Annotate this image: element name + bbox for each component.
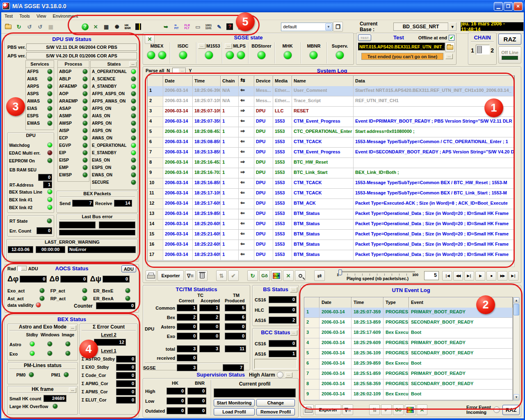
system-log-table[interactable]: DateTimeChain⇆DeviceMediaNameData12006-0… [147, 75, 515, 261]
syslog-cell[interactable]: DPU [254, 189, 273, 199]
auto-scroll-icon[interactable]: ⇅ [216, 270, 227, 281]
edit-check-icon[interactable]: ✎ [214, 22, 224, 32]
system-log-hscrollbar[interactable] [147, 262, 515, 267]
syslog-cell[interactable]: CTC_OPERATIONAL_Enter [292, 127, 354, 137]
syslog-cell[interactable]: 2 [148, 96, 163, 107]
syslog-cell[interactable]: Event ID=SECONDARY_BOOT_READY ; APS Vers… [354, 148, 514, 158]
module-more-button[interactable]: … [198, 43, 205, 49]
syslog-cell[interactable]: ⇐ [239, 230, 254, 240]
play-button[interactable]: ▶ [475, 271, 485, 281]
syslog-cell[interactable]: DPU [254, 230, 273, 240]
syslog-cell[interactable]: 18:25:13-859 [193, 148, 221, 158]
syslog-cell[interactable]: 1553 [273, 199, 292, 209]
offline-at-end-checkbox[interactable]: ✔ [449, 35, 454, 41]
offline-button[interactable]: Off Line [498, 46, 521, 64]
syslog-cell[interactable]: 1553 [273, 230, 292, 240]
syslog-cell[interactable]: ⇐ [239, 219, 254, 230]
binary-icon[interactable]: 1001 1101 [203, 22, 213, 32]
syslog-cell[interactable]: ⇐ [239, 96, 254, 107]
resync-icon[interactable]: ↺ [35, 22, 45, 32]
syslog-cell[interactable]: 1 [221, 189, 239, 199]
utn-cell[interactable]: 2006-03-14 [320, 328, 352, 338]
syslog-cell[interactable]: BTM_Status [292, 219, 354, 230]
syslog-cell[interactable]: 9 [148, 168, 163, 178]
adu-button[interactable]: ADU [121, 265, 136, 272]
syslog-cell[interactable]: 5 [148, 127, 163, 137]
syslog-cell[interactable]: Packet Type=Operational_Data ; Size (in … [354, 250, 514, 260]
scroll-up-icon[interactable]: ▲ [514, 297, 519, 304]
syslog-cell[interactable]: ⇐ [239, 189, 254, 199]
scroll-thumb[interactable] [514, 304, 519, 315]
utn-tools-icon[interactable]: ✕ [417, 404, 427, 415]
bar-icon[interactable] [133, 22, 143, 32]
tools-icon[interactable]: ✕ [91, 22, 100, 32]
syslog-cell[interactable]: Packet Type=Executed-ACK ; Size (in Word… [354, 199, 514, 209]
syslog-cell[interactable]: DPU [254, 148, 273, 158]
syslog-cell[interactable]: 1553 [273, 178, 292, 189]
utn-cell[interactable]: 18:25:58-359 [352, 379, 383, 390]
disabled-tool-icon[interactable]: ▦ [46, 22, 56, 32]
utn-cell[interactable]: 2006-03-14 [320, 338, 352, 349]
syslog-cell[interactable]: 1553-Message Type/SubType=Common BEX / B… [354, 189, 514, 199]
recycle-icon[interactable]: ↻ [14, 22, 24, 32]
utn-cell[interactable]: Boot [409, 390, 513, 400]
syslog-cell[interactable]: 8 [148, 158, 163, 168]
utn-cell[interactable]: 5 [304, 349, 320, 359]
module-more-button[interactable]: … [225, 43, 232, 49]
syslog-cell[interactable] [354, 107, 514, 117]
syslog-cell[interactable]: 1 [221, 240, 239, 250]
syslog-cell[interactable]: CTM_TCACK [292, 178, 354, 189]
syslog-cell[interactable]: 1 [221, 107, 239, 117]
syslog-cell[interactable]: 1 [221, 219, 239, 230]
utn-cell[interactable]: 2006-03-14 [320, 369, 352, 379]
clear-colors-icon[interactable]: CLR [271, 270, 282, 281]
utn-cell[interactable]: 2006-03-14 [320, 379, 352, 390]
utn-raz-button[interactable]: RAZ [502, 405, 520, 415]
syslog-cell[interactable]: ⇐ [239, 250, 254, 260]
syslog-cell[interactable]: BTM_Status [292, 250, 354, 260]
syslog-cell[interactable]: Packet Type=Operational_Data ; Size (in … [354, 219, 514, 230]
open-test-icon[interactable] [3, 22, 13, 32]
syslog-cell[interactable]: 18:25:07-109 [193, 96, 221, 107]
syslog-cell[interactable]: 1 [221, 178, 239, 189]
syslog-cell[interactable]: ⇐ [239, 117, 254, 127]
syslog-cell[interactable]: DPU [254, 168, 273, 178]
hk-frame-more-button[interactable]: … [69, 388, 76, 393]
utn-cell[interactable]: PROGRESS [383, 308, 409, 318]
hk-bnr-icon[interactable]: HK BNR [123, 22, 132, 32]
autoscroll-checkbox[interactable]: ✔ [228, 270, 239, 281]
syslog-cell[interactable]: 6 [148, 137, 163, 148]
utn-scrollbar[interactable]: ▲ ▼ [513, 297, 520, 401]
syslog-cell[interactable]: ⇐ [239, 178, 254, 189]
go-first-button[interactable]: ❘◀ [442, 271, 452, 281]
syslog-cell[interactable]: DPU [254, 117, 273, 127]
syslog-cell[interactable]: 18:25:16-453 [193, 158, 221, 168]
syslog-cell[interactable]: DPU [254, 178, 273, 189]
syslog-cell[interactable]: 1553-Message Type/SubType=Common BEX / B… [354, 178, 514, 189]
syslog-cell[interactable]: BTM_Status [292, 209, 354, 219]
print-icon[interactable] [146, 270, 156, 281]
syslog-cell[interactable]: 1 [221, 117, 239, 127]
syslog-cell[interactable]: 2006-03-14 [163, 137, 193, 148]
syslog-cell[interactable]: 18:25:07-109 [193, 107, 221, 117]
syslog-cell[interactable]: ⇒ [239, 127, 254, 137]
utn-cell[interactable]: 8 [304, 379, 320, 390]
syslog-cell[interactable]: 2006-03-14 [163, 148, 193, 158]
syslog-cell[interactable]: CTM_TCACK [292, 137, 354, 148]
speed-slider-thumb[interactable] [338, 269, 342, 275]
utn-cell[interactable]: PROGRESS [383, 338, 409, 349]
syslog-cell[interactable]: Start address=0x01080000 ; [354, 127, 514, 137]
syslog-cell[interactable]: 13 [148, 209, 163, 219]
remove-profil-button[interactable]: Remove Profil [256, 408, 295, 415]
syslog-cell[interactable]: Event ID=PRIMARY_BOOT_READY ; PBS Versio… [354, 117, 514, 127]
syslog-cell[interactable]: 18:25:20-609 [193, 219, 221, 230]
scroll-down-icon[interactable]: ▼ [514, 394, 519, 400]
syslog-cell[interactable]: 18:25:19-859 [193, 209, 221, 219]
utn-cell[interactable]: Boot [409, 328, 513, 338]
syslog-cell[interactable]: 1553 [273, 127, 292, 137]
syslog-cell[interactable]: 1553 [273, 148, 292, 158]
syslog-cell[interactable]: BTM_Status [292, 230, 354, 240]
filter-icon[interactable]: ∇= [185, 270, 196, 281]
syslog-cell[interactable]: 18:25:08-859 [193, 137, 221, 148]
test-mini-button[interactable]: TEST [358, 34, 371, 41]
